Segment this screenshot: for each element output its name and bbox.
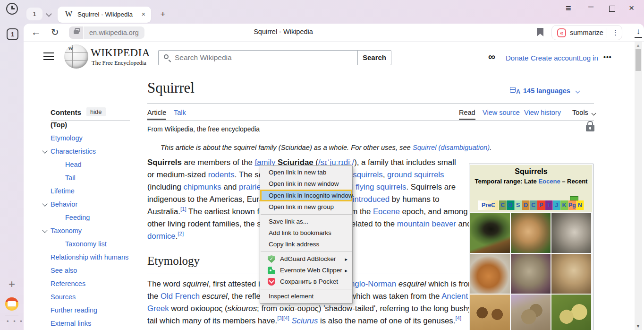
menu-item-evernote-web-clipper[interactable]: Evernote Web Clipper▸ — [260, 265, 352, 276]
create-account-link[interactable]: Create account — [531, 54, 579, 62]
search-button[interactable]: Search — [357, 50, 391, 65]
timeline-period-N[interactable]: N — [576, 200, 584, 210]
toc-item-further-reading[interactable]: Further reading — [51, 306, 97, 314]
photo-black-giant-squirrel[interactable] — [470, 213, 510, 253]
timeline-period-O[interactable]: O — [507, 200, 514, 210]
menu-item-open-link-new-tab[interactable]: Open link in new tab — [260, 167, 352, 178]
timeline-period-Є[interactable]: Є — [499, 200, 507, 210]
tab-view-source[interactable]: View source — [483, 109, 520, 116]
inline-link[interactable]: Greek — [147, 304, 169, 313]
inline-link[interactable]: Ancient — [441, 292, 468, 301]
browser-tab[interactable]: W Squirrel - Wikipedia × — [58, 7, 151, 23]
toc-item-head[interactable]: Head — [65, 161, 82, 168]
wikipedia-logo[interactable]: W — [64, 44, 88, 69]
timeline-period-T[interactable]: T — [545, 200, 553, 210]
language-selector[interactable]: 145 languages — [523, 87, 570, 95]
inline-link[interactable]: flying squirrels — [356, 182, 406, 191]
toc-item-feeding[interactable]: Feeding — [65, 214, 90, 221]
photo-prairie-dogs[interactable] — [551, 295, 591, 330]
toc-item-taxonomy[interactable]: Taxonomy — [51, 227, 82, 234]
photo-alpine-marmots[interactable] — [511, 295, 551, 330]
inline-link[interactable]: Sciurus — [291, 316, 318, 325]
tab-group-chevron-icon[interactable] — [46, 11, 52, 17]
photo-uinta-ground-squirrel[interactable] — [551, 254, 591, 294]
scroll-up-icon[interactable]: ▲ — [636, 43, 640, 48]
photo-fox-squirrel[interactable] — [470, 254, 510, 294]
browser-menu-icon[interactable]: ≡ — [566, 3, 571, 14]
reload-button[interactable]: ↻ — [51, 26, 59, 38]
header-more-icon[interactable]: ••• — [603, 53, 612, 61]
photo-california-ground-squirrel[interactable] — [511, 254, 551, 294]
timeline-period-S[interactable]: S — [515, 200, 522, 210]
wiki-hamburger-icon[interactable] — [43, 52, 54, 60]
appearance-icon[interactable]: ∞ — [488, 51, 495, 62]
summarize-more-icon[interactable]: ⋮ — [612, 28, 619, 37]
toc-item-characteristics[interactable]: Characteristics — [51, 148, 96, 155]
photo-american-red-squirrel[interactable] — [551, 213, 591, 253]
scroll-down-icon[interactable]: ▼ — [636, 324, 640, 329]
downloads-icon[interactable]: ↓ — [633, 27, 644, 38]
summarize-button[interactable]: « summarize ⋮ — [551, 25, 622, 40]
tab-view-history[interactable]: View history — [524, 109, 561, 116]
wiki-search-box[interactable] — [158, 50, 358, 65]
timeline-period-J[interactable]: J — [553, 200, 560, 210]
login-link[interactable]: Log in — [579, 54, 598, 62]
wikipedia-wordmark[interactable]: WIKIPEDIA — [91, 47, 150, 59]
search-input[interactable] — [175, 52, 349, 63]
toc-expand-chevron-icon[interactable] — [42, 148, 47, 153]
yandex-mail-icon[interactable] — [5, 297, 18, 311]
site-security-chip[interactable] — [69, 26, 83, 39]
inline-link[interactable]: ground squirrels — [387, 170, 444, 179]
tab-talk[interactable]: Talk — [174, 109, 186, 116]
toc-item--top-[interactable]: (Top) — [51, 121, 67, 129]
menu-item-copy-link-address[interactable]: Copy link address — [260, 239, 352, 250]
back-button[interactable]: ← — [31, 26, 41, 38]
toc-item-behavior[interactable]: Behavior — [51, 200, 77, 208]
tab-article[interactable]: Article — [147, 109, 166, 116]
toc-item-see-also[interactable]: See also — [51, 267, 77, 274]
toc-item-taxonomy-list[interactable]: Taxonomy list — [65, 240, 107, 248]
bookmark-icon[interactable] — [537, 28, 543, 36]
menu-item-inspect-element[interactable]: Inspect element — [260, 291, 352, 302]
citation-link[interactable]: [2] — [178, 231, 184, 236]
toc-item-tail[interactable]: Tail — [65, 174, 76, 182]
new-tab-button[interactable]: + — [156, 8, 169, 21]
history-clock-icon[interactable] — [6, 3, 18, 15]
timeline-period-D[interactable]: D — [522, 200, 530, 210]
toc-expand-chevron-icon[interactable] — [42, 227, 47, 233]
inline-link[interactable]: Eocene — [373, 207, 400, 216]
timeline-period-C[interactable]: C — [530, 200, 537, 210]
menu-item-open-link-new-window[interactable]: Open link in new window — [260, 178, 352, 190]
inline-link[interactable]: chipmunks — [184, 182, 221, 191]
tab-group-badge[interactable]: 1 — [26, 8, 42, 20]
photo-chipmunk[interactable] — [511, 213, 551, 253]
menu-item-add-link-to-bookmarks[interactable]: Add link to bookmarks — [260, 227, 352, 239]
toc-expand-chevron-icon[interactable] — [42, 201, 47, 206]
toc-item-sources[interactable]: Sources — [51, 293, 76, 301]
timeline-period-P[interactable]: P — [537, 200, 545, 210]
menu-item-open-link-incognito[interactable]: Open link in Incognito window — [260, 190, 352, 201]
maximize-button[interactable] — [609, 6, 615, 12]
toc-item-etymology[interactable]: Etymology — [51, 134, 83, 142]
timeline-period-Pg[interactable]: Pg — [568, 200, 576, 210]
timeline-period-K[interactable]: K — [560, 200, 568, 210]
inline-link[interactable]: introduced — [353, 195, 390, 204]
toc-item-references[interactable]: References — [51, 280, 85, 287]
inline-link[interactable]: Old French — [161, 292, 200, 301]
tab-read[interactable]: Read — [459, 109, 475, 116]
citation-link[interactable]: [4] — [455, 315, 461, 321]
citation-link[interactable]: [3][4] — [277, 315, 289, 321]
donate-link[interactable]: Donate — [506, 54, 528, 62]
menu-item-save-to-pocket[interactable]: Сохранить в Pocket — [260, 276, 352, 287]
timeline-period-PreЄ[interactable]: PreЄ — [478, 200, 499, 210]
citation-link[interactable]: [1] — [180, 206, 186, 212]
menu-item-adguard-adblocker[interactable]: ✓AdGuard AdBlocker▸ — [260, 253, 352, 265]
page-scrollbar[interactable]: ▲ ▼ — [635, 42, 642, 330]
photo-cape-ground-squirrels[interactable] — [470, 295, 510, 330]
inline-link[interactable]: Anglo-Norman — [345, 279, 396, 288]
toc-item-external-links[interactable]: External links — [51, 320, 91, 327]
toc-item-relationship-with-humans[interactable]: Relationship with humans — [51, 253, 128, 261]
inline-link[interactable]: mountain beaver — [397, 219, 456, 228]
minimize-button[interactable]: – — [588, 1, 593, 12]
scrollbar-thumb[interactable] — [636, 49, 641, 71]
